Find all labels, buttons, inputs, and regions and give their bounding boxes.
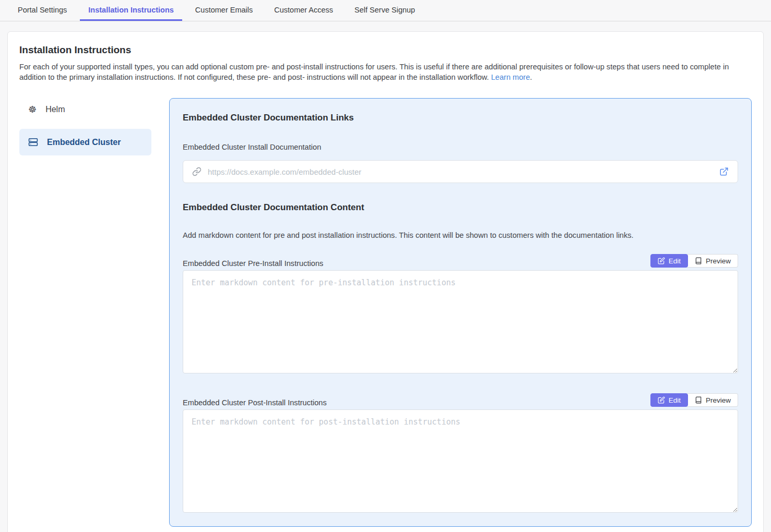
doc-links-heading: Embedded Cluster Documentation Links bbox=[183, 113, 738, 123]
post-install-markdown-textarea[interactable] bbox=[183, 409, 738, 513]
doc-content-heading: Embedded Cluster Documentation Content bbox=[183, 202, 738, 213]
sidebar-item-label: Helm bbox=[45, 105, 65, 114]
page-title: Installation Instructions bbox=[19, 44, 752, 56]
tab-customer-emails[interactable]: Customer Emails bbox=[187, 0, 261, 21]
post-install-mode-toggle: Edit Preview bbox=[650, 393, 738, 407]
edit-button-label: Edit bbox=[669, 396, 681, 404]
content-row: ☸ Helm Embedded Cluster Embedded Cluster… bbox=[19, 98, 752, 527]
pre-install-preview-button[interactable]: Preview bbox=[687, 254, 738, 268]
external-link-icon bbox=[719, 167, 729, 176]
tab-portal-settings[interactable]: Portal Settings bbox=[9, 0, 75, 21]
sidebar-item-label: Embedded Cluster bbox=[47, 138, 121, 147]
helm-wheel-icon: ☸ bbox=[28, 105, 37, 114]
main-card: Installation Instructions For each of yo… bbox=[7, 31, 764, 532]
edit-pencil-icon bbox=[658, 396, 665, 404]
pre-install-mode-toggle: Edit Preview bbox=[650, 254, 738, 268]
tab-customer-access[interactable]: Customer Access bbox=[266, 0, 341, 21]
post-install-label: Embedded Cluster Post-Install Instructio… bbox=[183, 398, 327, 407]
install-doc-url-input[interactable] bbox=[201, 167, 718, 176]
pre-install-label-row: Embedded Cluster Pre-Install Instruction… bbox=[183, 254, 738, 268]
pre-install-markdown-textarea[interactable] bbox=[183, 270, 738, 373]
post-install-label-row: Embedded Cluster Post-Install Instructio… bbox=[183, 393, 738, 407]
tab-self-serve-signup[interactable]: Self Serve Signup bbox=[346, 0, 423, 21]
sidebar-item-embedded-cluster[interactable]: Embedded Cluster bbox=[19, 129, 151, 155]
page-description: For each of your supported install types… bbox=[19, 62, 752, 82]
learn-more-period: . bbox=[530, 73, 532, 81]
preview-button-label: Preview bbox=[706, 396, 731, 404]
post-install-edit-button[interactable]: Edit bbox=[650, 393, 688, 407]
link-icon bbox=[192, 167, 201, 176]
embedded-cluster-panel: Embedded Cluster Documentation Links Emb… bbox=[169, 98, 752, 527]
install-type-sidebar: ☸ Helm Embedded Cluster bbox=[19, 98, 151, 163]
server-stack-icon bbox=[28, 137, 38, 147]
edit-pencil-icon bbox=[658, 257, 665, 264]
install-doc-url-field bbox=[183, 160, 738, 183]
pre-install-edit-button[interactable]: Edit bbox=[650, 254, 688, 268]
preview-book-icon bbox=[695, 257, 702, 264]
edit-button-label: Edit bbox=[669, 257, 681, 265]
doc-content-description: Add markdown content for pre and post in… bbox=[183, 231, 738, 239]
post-install-preview-button[interactable]: Preview bbox=[687, 393, 738, 407]
preview-button-label: Preview bbox=[706, 257, 731, 265]
page-description-text: For each of your supported install types… bbox=[19, 63, 729, 81]
tab-installation-instructions[interactable]: Installation Instructions bbox=[80, 0, 182, 21]
install-doc-label: Embedded Cluster Install Documentation bbox=[183, 143, 738, 151]
preview-book-icon bbox=[695, 396, 702, 404]
learn-more-link[interactable]: Learn more bbox=[491, 73, 530, 81]
pre-install-label: Embedded Cluster Pre-Install Instruction… bbox=[183, 259, 323, 268]
sidebar-item-helm[interactable]: ☸ Helm bbox=[19, 98, 151, 121]
tab-bar: Portal Settings Installation Instruction… bbox=[0, 0, 771, 21]
open-external-link-button[interactable] bbox=[718, 166, 730, 177]
